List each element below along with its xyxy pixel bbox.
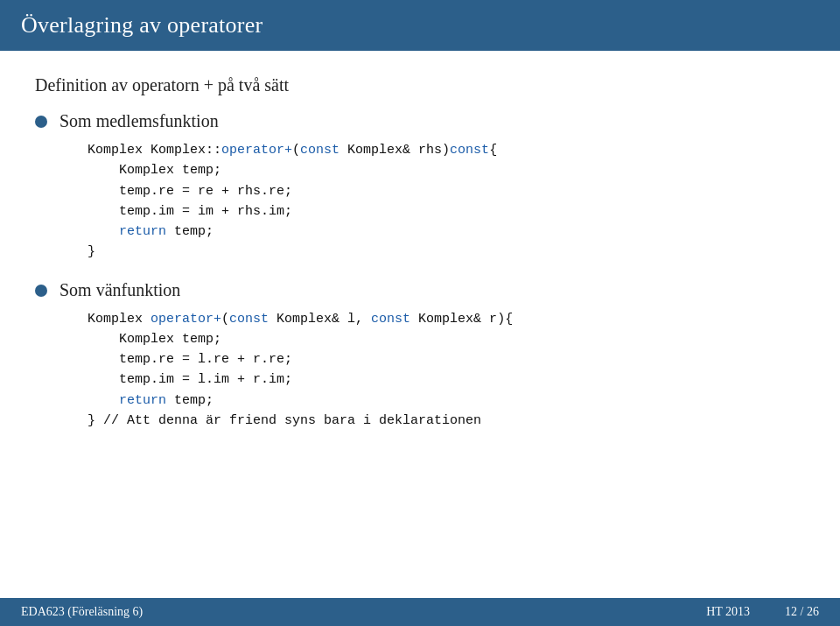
code-line-2-6: } // Att denna är friend syns bara i dek… <box>88 411 805 431</box>
slide-title: Överlagring av operatorer <box>21 12 262 38</box>
code-line-2-4: temp.im = l.im + r.im; <box>88 369 805 390</box>
footer-course: EDA623 (Föreläsning 6) <box>21 605 143 619</box>
code-line-2-2: Komplex temp; <box>88 329 805 349</box>
bullet-label-1: Som medlemsfunktion <box>60 111 219 131</box>
slide-header: Överlagring av operatorer <box>0 0 840 51</box>
code-line-1-2: Komplex temp; <box>88 160 805 180</box>
code-line-1-5: return temp; <box>88 222 805 242</box>
section-title: Definition av operatorn + på två sätt <box>35 75 805 95</box>
code-block-1: Komplex Komplex::operator+(const Komplex… <box>88 140 805 263</box>
footer-right: HT 2013 12 / 26 <box>706 605 819 619</box>
footer-semester: HT 2013 <box>706 605 750 619</box>
bullet-label-2: Som vänfunktion <box>60 280 180 300</box>
bullet-item-1: Som medlemsfunktion <box>35 111 805 131</box>
slide-footer: EDA623 (Föreläsning 6) HT 2013 12 / 26 <box>0 598 840 626</box>
code-line-1-1: Komplex Komplex::operator+(const Komplex… <box>88 140 805 160</box>
footer-page: 12 / 26 <box>785 605 819 619</box>
code-line-1-4: temp.im = im + rhs.im; <box>88 201 805 222</box>
code-line-2-1: Komplex operator+(const Komplex& l, cons… <box>88 309 805 329</box>
code-line-2-5: return temp; <box>88 390 805 411</box>
bullet-dot-2 <box>35 285 47 297</box>
bullet-item-2: Som vänfunktion <box>35 280 805 300</box>
bullet-section-2: Som vänfunktion Komplex operator+(const … <box>35 280 805 432</box>
code-line-1-6: } <box>88 242 805 262</box>
bullet-dot-1 <box>35 116 47 128</box>
code-line-2-3: temp.re = l.re + r.re; <box>88 349 805 369</box>
code-block-2: Komplex operator+(const Komplex& l, cons… <box>88 309 805 432</box>
slide-content: Definition av operatorn + på två sätt So… <box>0 51 840 598</box>
code-line-1-3: temp.re = re + rhs.re; <box>88 181 805 201</box>
bullet-section-1: Som medlemsfunktion Komplex Komplex::ope… <box>35 111 805 263</box>
